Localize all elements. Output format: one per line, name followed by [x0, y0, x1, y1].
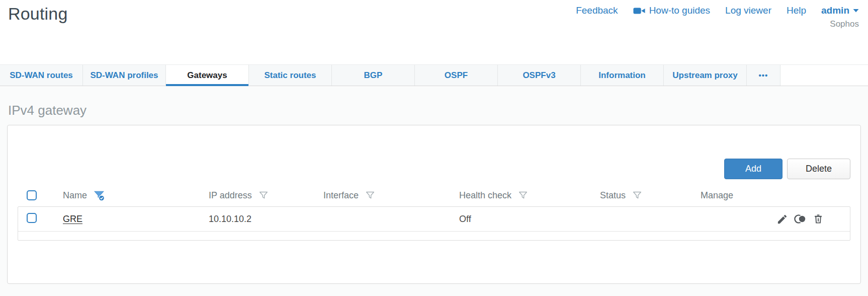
column-label: IP address	[209, 190, 252, 201]
brand-label: Sophos	[830, 19, 859, 29]
delete-button[interactable]: Delete	[787, 159, 850, 179]
tab-label: SD-WAN routes	[10, 70, 73, 81]
tab-label: BGP	[364, 70, 383, 81]
column-header-ip-address: IP address	[199, 190, 313, 201]
select-all-checkbox[interactable]	[27, 190, 37, 200]
tabstrip-filler	[780, 65, 868, 86]
filter-icon[interactable]	[258, 190, 269, 201]
clone-button[interactable]	[794, 213, 807, 225]
column-label: Interface	[323, 190, 359, 201]
video-camera-icon	[633, 7, 645, 15]
filter-icon[interactable]	[517, 190, 529, 201]
topbar: Routing Feedback How-to guides Log viewe…	[0, 0, 868, 29]
help-label: Help	[787, 5, 806, 16]
log-viewer-link[interactable]: Log viewer	[725, 5, 771, 16]
ellipsis-icon: •••	[759, 71, 768, 80]
tab-label: Information	[598, 70, 646, 81]
column-header-health-check: Health check	[449, 190, 590, 201]
tab-information[interactable]: Information	[581, 65, 664, 86]
table-actions: Add Delete	[18, 125, 850, 179]
edit-button[interactable]	[776, 213, 788, 225]
health-check-cell: Off	[449, 214, 590, 225]
tab-gateways[interactable]: Gateways	[166, 65, 249, 86]
header-nav: Feedback How-to guides Log viewer Help a…	[576, 3, 859, 29]
feedback-link-label: Feedback	[576, 5, 618, 16]
tab-upstream-proxy[interactable]: Upstream proxy	[664, 65, 747, 86]
table-body: GRE 10.10.10.2 Off	[18, 206, 850, 241]
tab-overflow-button[interactable]: •••	[747, 65, 780, 86]
tab-static-routes[interactable]: Static routes	[249, 65, 332, 86]
column-label: Health check	[459, 190, 511, 201]
tab-label: SD-WAN profiles	[90, 70, 158, 81]
page-title: Routing	[8, 3, 68, 24]
admin-user-label: admin	[821, 5, 849, 16]
column-header-manage: Manage	[690, 190, 850, 201]
tab-sd-wan-profiles[interactable]: SD-WAN profiles	[83, 65, 166, 86]
filter-active-icon[interactable]	[93, 189, 106, 202]
how-to-guides-label: How-to guides	[649, 5, 710, 16]
trash-icon	[813, 213, 824, 225]
delete-row-button[interactable]	[813, 213, 824, 225]
feedback-link[interactable]: Feedback	[576, 5, 618, 16]
tab-label: Gateways	[187, 70, 227, 81]
admin-user-menu[interactable]: admin	[821, 5, 859, 16]
content-area: IPv4 gateway Add Delete Name	[0, 86, 868, 296]
column-header-interface: Interface	[313, 190, 449, 201]
filter-icon[interactable]	[365, 190, 376, 201]
column-header-name: Name	[53, 189, 199, 202]
tab-ospf[interactable]: OSPF	[415, 65, 498, 86]
ip-address-cell: 10.10.10.2	[199, 214, 313, 225]
chevron-down-icon	[853, 9, 859, 13]
add-button[interactable]: Add	[724, 159, 783, 179]
tab-label: OSPFv3	[523, 70, 555, 81]
tab-sd-wan-routes[interactable]: SD-WAN routes	[0, 65, 83, 86]
tab-label: OSPF	[445, 70, 468, 81]
help-link[interactable]: Help	[787, 5, 806, 16]
tab-ospfv3[interactable]: OSPFv3	[498, 65, 581, 86]
tab-bgp[interactable]: BGP	[332, 65, 415, 86]
row-checkbox[interactable]	[27, 213, 37, 223]
clone-icon	[794, 213, 807, 225]
table-row: GRE 10.10.10.2 Off	[18, 207, 850, 232]
column-label: Manage	[701, 190, 733, 201]
table-header-row: Name IP address Interface	[18, 184, 850, 206]
tab-bar: SD-WAN routes SD-WAN profiles Gateways S…	[0, 64, 868, 86]
column-label: Name	[63, 190, 87, 201]
column-label: Status	[600, 190, 626, 201]
section-title: IPv4 gateway	[0, 86, 868, 118]
log-viewer-label: Log viewer	[725, 5, 771, 16]
pencil-icon	[776, 213, 788, 225]
gateway-name-link[interactable]: GRE	[63, 214, 82, 224]
tab-label: Static routes	[265, 70, 316, 81]
column-header-status: Status	[590, 190, 690, 201]
how-to-guides-link[interactable]: How-to guides	[633, 5, 710, 16]
tab-label: Upstream proxy	[672, 70, 737, 81]
ipv4-gateway-card: Add Delete Name IP address	[7, 125, 861, 284]
filter-icon[interactable]	[632, 190, 643, 201]
